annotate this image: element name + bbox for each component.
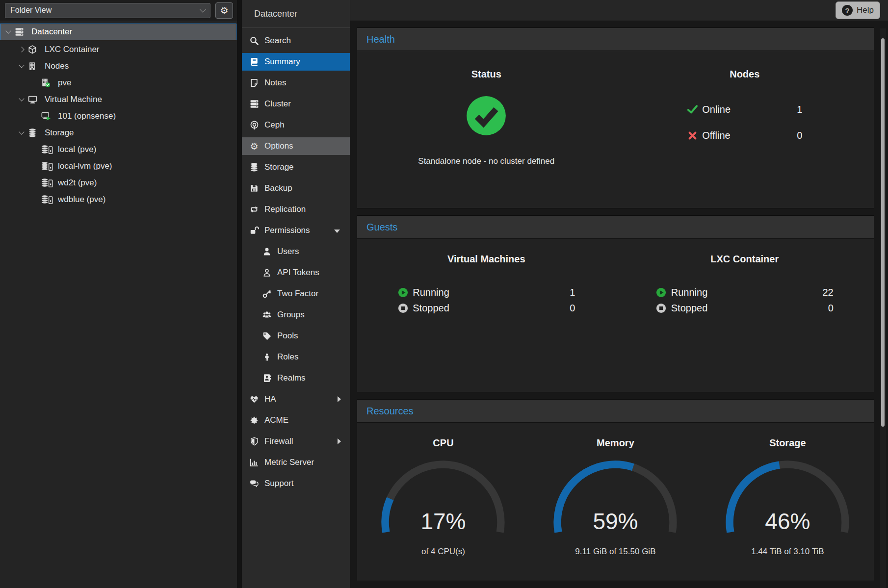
retweet-icon — [248, 205, 260, 214]
nav-item-label: Permissions — [264, 226, 310, 235]
tree-item-datacenter[interactable]: Datacenter — [0, 24, 236, 40]
storage-heading: Storage — [769, 437, 806, 449]
nav-item-roles[interactable]: Roles — [242, 348, 350, 366]
nav-item-permissions[interactable]: Permissions — [242, 222, 350, 239]
floppy-icon — [248, 183, 260, 193]
nav-item-search[interactable]: Search — [242, 32, 350, 50]
vm-running-value: 1 — [570, 287, 575, 298]
tree-item-label: 101 (opnsense) — [58, 111, 116, 121]
proxmox-app: Folder View ⚙ DatacenterLXC ContainerNod… — [0, 0, 888, 588]
view-mode-select[interactable]: Folder View — [5, 3, 210, 18]
tree-item-virtual-machine[interactable]: Virtual Machine — [0, 92, 237, 107]
play-circle-icon — [656, 287, 667, 298]
nav-item-label: HA — [264, 394, 276, 404]
tree-item-local-lvm-pve[interactable]: local-lvm (pve) — [0, 159, 237, 174]
database-drive-icon — [41, 195, 54, 205]
nav-item-ha[interactable]: HA — [242, 390, 350, 408]
memory-gauge-column: Memory 59% 9.11 GiB of 15.50 GiB — [529, 423, 702, 581]
nav-item-backup[interactable]: Backup — [242, 179, 350, 197]
summary-panels: Health Status Standalone node - no clust… — [350, 21, 888, 588]
virtual-machines-column: Virtual Machines Running 1 — [357, 239, 616, 392]
database-drive-icon — [41, 161, 54, 171]
nav-item-replication[interactable]: Replication — [242, 201, 350, 218]
nav-item-summary[interactable]: Summary — [242, 53, 350, 71]
nav-item-cluster[interactable]: Cluster — [242, 95, 350, 113]
cpu-heading: CPU — [433, 437, 453, 449]
tag-icon — [261, 331, 273, 341]
nav-item-label: Support — [264, 479, 294, 488]
key-icon — [261, 289, 273, 299]
storage-gauge-column: Storage 46% 1.44 TiB of 3.10 TiB — [702, 423, 874, 581]
panel-splitter[interactable] — [237, 0, 242, 588]
tree-item-storage[interactable]: Storage — [0, 126, 237, 140]
play-circle-icon — [397, 287, 408, 298]
content-topbar: ? Help — [350, 0, 888, 21]
nav-item-metric-server[interactable]: Metric Server — [242, 454, 350, 471]
guests-panel-header: Guests — [357, 216, 874, 239]
tree-item-101-opnsense[interactable]: 101 (opnsense) — [0, 109, 237, 124]
summary-content-area: ? Help Health Status — [350, 0, 888, 588]
tree-item-wd2t-pve[interactable]: wd2t (pve) — [0, 176, 237, 190]
gear-icon: ⚙ — [248, 141, 260, 151]
nav-item-two-factor[interactable]: Two Factor — [242, 285, 350, 303]
chevron-down-icon[interactable] — [5, 28, 11, 33]
nav-item-label: Cluster — [264, 99, 291, 109]
user-icon — [261, 247, 273, 256]
users-icon — [261, 310, 273, 320]
nav-item-firewall[interactable]: Firewall — [242, 433, 350, 450]
scrollbar-thumb[interactable] — [881, 38, 885, 427]
search-icon — [248, 36, 260, 46]
nav-item-storage[interactable]: Storage — [242, 158, 350, 176]
storage-gauge: 46% — [724, 459, 851, 539]
help-button[interactable]: ? Help — [836, 1, 880, 19]
memory-heading: Memory — [597, 437, 634, 449]
nav-item-notes[interactable]: Notes — [242, 74, 350, 92]
desktop-icon — [28, 95, 41, 104]
nav-item-realms[interactable]: Realms — [242, 369, 350, 387]
tree-item-wdblue-pve[interactable]: wdblue (pve) — [0, 192, 237, 207]
tree-item-label: Datacenter — [31, 27, 72, 37]
vm-stopped-label: Stopped — [413, 303, 449, 314]
nav-item-users[interactable]: Users — [242, 243, 350, 260]
nav-item-acme[interactable]: ACME — [242, 411, 350, 429]
nodes-offline-label: Offline — [702, 130, 730, 141]
nav-item-label: Notes — [264, 78, 286, 88]
shield-icon — [248, 436, 260, 446]
lxc-running-value: 22 — [823, 287, 834, 298]
database-icon — [28, 128, 41, 138]
chevron-right-icon[interactable] — [19, 47, 24, 52]
caret-right-icon — [338, 396, 341, 402]
health-panel-header: Health — [357, 28, 874, 51]
lxc-container-column: LXC Container Running 22 — [616, 239, 874, 392]
question-circle-icon: ? — [842, 5, 853, 16]
tree-item-local-pve[interactable]: local (pve) — [0, 142, 237, 157]
caret-right-icon — [338, 438, 341, 444]
vertical-scrollbar[interactable] — [880, 28, 886, 588]
tree-item-lxc-container[interactable]: LXC Container — [0, 42, 237, 57]
lxc-stopped-row: Stopped 0 — [656, 300, 834, 316]
nav-item-ceph[interactable]: Ceph — [242, 116, 350, 134]
nav-item-pools[interactable]: Pools — [242, 327, 350, 345]
chart-icon — [248, 458, 260, 467]
tree-item-pve[interactable]: pve — [0, 76, 237, 90]
chevron-down-icon[interactable] — [19, 62, 24, 68]
lxc-heading: LXC Container — [710, 254, 779, 265]
vm-running-label: Running — [413, 287, 449, 298]
tree-item-label: LXC Container — [45, 45, 100, 54]
nav-item-api-tokens[interactable]: API Tokens — [242, 264, 350, 281]
vm-running-row: Running 1 — [397, 284, 575, 300]
nav-item-label: Metric Server — [264, 458, 314, 467]
chevron-down-icon — [200, 6, 206, 13]
tree-settings-button[interactable]: ⚙ — [215, 2, 233, 19]
nav-item-label: API Tokens — [277, 268, 319, 278]
tree-item-nodes[interactable]: Nodes — [0, 59, 237, 74]
nav-item-options[interactable]: ⚙Options — [242, 137, 350, 155]
nav-item-support[interactable]: Support — [242, 475, 350, 492]
nav-item-label: Summary — [264, 57, 300, 67]
chevron-down-icon[interactable] — [19, 96, 24, 101]
tree-item-label: Nodes — [45, 61, 69, 71]
nodes-offline-value: 0 — [797, 130, 802, 141]
chevron-down-icon[interactable] — [19, 129, 24, 134]
nav-item-groups[interactable]: Groups — [242, 306, 350, 324]
building-icon — [28, 61, 41, 71]
